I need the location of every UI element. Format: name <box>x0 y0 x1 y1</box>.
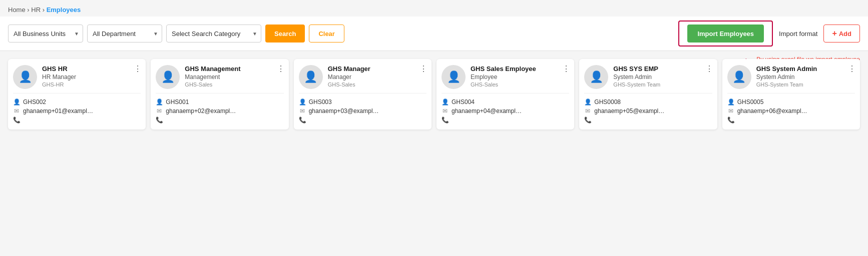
employee-email: ghanaemp+01@example.... <box>23 108 93 114</box>
employee-email: ghanaemp+06@example.... <box>737 108 807 114</box>
avatar: 👤 <box>299 65 323 89</box>
import-employees-button[interactable]: Import Employees <box>687 24 764 42</box>
employee-phone-row: 📞 <box>442 116 569 124</box>
person-icon: 👤 <box>727 98 734 106</box>
card-info: GHS System Admin System Admin GHS-System… <box>756 65 855 88</box>
employee-name: GHS Sales Employee <box>471 65 569 74</box>
employee-card: 👤 GHS Manager Manager GHS-Sales ⋮ 👤 GHS0… <box>294 59 431 130</box>
employee-role: Employee <box>471 74 569 80</box>
employee-email-row: ✉ ghanaemp+01@example.... <box>13 108 141 114</box>
card-header: 👤 GHS Management Management GHS-Sales ⋮ <box>151 59 288 93</box>
breadcrumb-hr[interactable]: HR <box>31 6 41 14</box>
employee-id: GHS004 <box>452 98 475 106</box>
employee-dept: GHS-Sales <box>185 82 283 88</box>
phone-icon: 📞 <box>442 116 449 124</box>
employee-name: GHS Manager <box>328 65 426 74</box>
search-button[interactable]: Search <box>265 24 305 42</box>
search-category-select-wrapper: Select Search Category ▼ <box>166 24 261 42</box>
phone-icon: 📞 <box>299 116 306 124</box>
phone-icon: 📞 <box>13 116 20 124</box>
employee-email: ghanaemp+05@example.... <box>594 108 664 114</box>
person-icon: 👤 <box>442 98 449 106</box>
user-icon: 👤 <box>590 70 603 84</box>
employee-dept: GHS-Sales <box>471 82 569 88</box>
employee-role: HR Manager <box>42 74 141 80</box>
employee-phone-row: 📞 <box>727 116 855 124</box>
card-footer: 👤 GHS0008 ✉ ghanaemp+05@example.... 📞 <box>579 94 717 130</box>
avatar: 👤 <box>584 65 608 89</box>
card-footer: 👤 GHS002 ✉ ghanaemp+01@example.... 📞 <box>8 94 146 130</box>
envelope-icon: ✉ <box>299 108 306 114</box>
import-format-link[interactable]: Import format <box>779 30 817 38</box>
phone-icon: 📞 <box>584 116 591 124</box>
employee-email-row: ✉ ghanaemp+02@example.... <box>156 108 283 114</box>
plus-icon: + <box>832 29 836 38</box>
card-info: GHS HR HR Manager GHS-HR <box>42 65 141 88</box>
user-icon: 👤 <box>19 70 32 84</box>
user-icon: 👤 <box>447 70 461 84</box>
employee-name: GHS System Admin <box>756 65 855 74</box>
card-info: GHS Management Management GHS-Sales <box>185 65 283 88</box>
card-menu-icon[interactable]: ⋮ <box>562 64 570 74</box>
import-box: Import Employees <box>678 20 773 46</box>
card-menu-icon[interactable]: ⋮ <box>277 64 285 74</box>
employee-role: System Admin <box>756 74 855 80</box>
card-header: 👤 GHS SYS EMP System Admin GHS-System Te… <box>579 59 717 93</box>
employee-email: ghanaemp+04@example.... <box>452 108 522 114</box>
employee-id-row: 👤 GHS0005 <box>727 98 855 106</box>
toolbar-right: Import Employees Import format + Add <box>678 20 860 46</box>
clear-button[interactable]: Clear <box>309 24 344 42</box>
add-label: Add <box>839 30 851 38</box>
envelope-icon: ✉ <box>584 108 591 114</box>
employees-grid: 👤 GHS HR HR Manager GHS-HR ⋮ 👤 GHS002 ✉ … <box>0 51 868 138</box>
breadcrumb-home[interactable]: Home <box>8 6 26 14</box>
employee-card: 👤 GHS System Admin System Admin GHS-Syst… <box>722 59 860 130</box>
employee-role: Management <box>185 74 283 80</box>
employee-phone-row: 📞 <box>156 116 283 124</box>
employee-email-row: ✉ ghanaemp+04@example.... <box>442 108 569 114</box>
employee-card: 👤 GHS SYS EMP System Admin GHS-System Te… <box>579 59 717 130</box>
person-icon: 👤 <box>156 98 163 106</box>
employee-name: GHS Management <box>185 65 283 74</box>
card-menu-icon[interactable]: ⋮ <box>848 64 856 74</box>
employee-id-row: 👤 GHS002 <box>13 98 141 106</box>
employee-email-row: ✉ ghanaemp+03@example.... <box>299 108 426 114</box>
employee-role: System Admin <box>613 74 712 80</box>
card-menu-icon[interactable]: ⋮ <box>705 64 713 74</box>
envelope-icon: ✉ <box>442 108 449 114</box>
employee-name: GHS HR <box>42 65 141 74</box>
card-info: GHS Manager Manager GHS-Sales <box>328 65 426 88</box>
employee-email-row: ✉ ghanaemp+05@example.... <box>584 108 712 114</box>
department-select[interactable]: All Department <box>87 24 162 42</box>
card-footer: 👤 GHS003 ✉ ghanaemp+03@example.... 📞 <box>294 94 431 130</box>
employee-card: 👤 GHS Management Management GHS-Sales ⋮ … <box>151 59 288 130</box>
phone-icon: 📞 <box>727 116 734 124</box>
user-icon: 👤 <box>732 70 746 84</box>
user-icon: 👤 <box>304 70 317 84</box>
person-icon: 👤 <box>584 98 591 106</box>
employee-dept: GHS-System Team <box>756 82 855 88</box>
search-category-select[interactable]: Select Search Category <box>166 24 261 42</box>
person-icon: 👤 <box>13 98 20 106</box>
breadcrumb: Home › HR › Employees <box>0 0 868 16</box>
card-menu-icon[interactable]: ⋮ <box>419 64 427 74</box>
employee-email-row: ✉ ghanaemp+06@example.... <box>727 108 855 114</box>
card-header: 👤 GHS HR HR Manager GHS-HR ⋮ <box>8 59 146 93</box>
card-menu-icon[interactable]: ⋮ <box>134 64 142 74</box>
avatar: 👤 <box>727 65 751 89</box>
phone-icon: 📞 <box>156 116 163 124</box>
add-button[interactable]: + Add <box>823 24 860 42</box>
employee-email: ghanaemp+02@example.... <box>166 108 236 114</box>
envelope-icon: ✉ <box>13 108 20 114</box>
card-footer: 👤 GHS001 ✉ ghanaemp+02@example.... 📞 <box>151 94 288 130</box>
business-unit-select[interactable]: All Business Units <box>8 24 83 42</box>
avatar: 👤 <box>156 65 180 89</box>
breadcrumb-sep2: › <box>43 6 47 14</box>
avatar: 👤 <box>442 65 466 89</box>
employee-dept: GHS-Sales <box>328 82 426 88</box>
employee-id-row: 👤 GHS004 <box>442 98 569 106</box>
card-header: 👤 GHS Manager Manager GHS-Sales ⋮ <box>294 59 431 93</box>
employee-dept: GHS-System Team <box>613 82 712 88</box>
employee-id: GHS0005 <box>737 98 764 106</box>
employee-id: GHS002 <box>23 98 46 106</box>
